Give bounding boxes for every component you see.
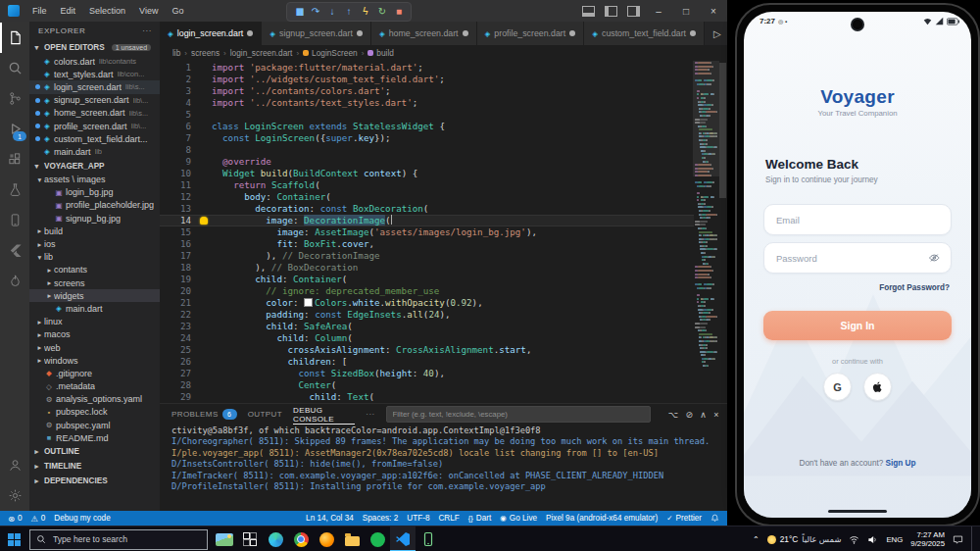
activity-settings[interactable] — [0, 480, 29, 511]
tree-item-login-bg-jpg[interactable]: ▣login_bg.jpg — [29, 186, 160, 199]
taskbar-app-folder[interactable] — [339, 526, 365, 551]
phone-screen[interactable]: 7:27 ◎ ▪ Voyager Your Travel Companion W… — [744, 12, 971, 518]
tree-item-widgets[interactable]: ▸widgets — [29, 289, 160, 302]
run-file-icon[interactable]: ▷ — [713, 28, 721, 39]
activity-source-control[interactable] — [0, 83, 29, 114]
password-input[interactable] — [774, 252, 928, 265]
maximize-button[interactable]: □ — [672, 0, 700, 22]
taskbar-search[interactable] — [29, 529, 208, 550]
stop-icon[interactable]: ■ — [392, 4, 406, 20]
tree-item-readme-md[interactable]: ■README.md — [29, 431, 160, 444]
tree-item-lib[interactable]: ▾lib — [29, 251, 160, 264]
weather-widget[interactable]: 21°C شمس عالياً — [767, 534, 842, 544]
taskbar-app-chrome[interactable] — [288, 526, 314, 551]
step-out-icon[interactable]: ↑ — [342, 4, 356, 20]
google-signin-button[interactable]: G — [823, 373, 852, 401]
clear-console-icon[interactable]: ⊘ — [685, 410, 693, 420]
hot-reload-icon[interactable]: ϟ — [359, 4, 372, 20]
section-dependencies[interactable]: ▸DEPENDENCIES — [29, 474, 160, 488]
tree-item-pubspec-yaml[interactable]: ⚙pubspec.yaml — [29, 419, 160, 431]
activity-account[interactable] — [0, 450, 29, 480]
project-header[interactable]: ▾ VOYAGER_APP — [29, 159, 160, 174]
taskbar-app-vscode[interactable] — [390, 526, 416, 551]
apple-signin-button[interactable] — [863, 373, 892, 401]
activity-extensions[interactable] — [0, 144, 29, 175]
status-0[interactable]: ⚠0 — [30, 514, 45, 524]
code-editor[interactable]: 1import 'package:flutter/material.dart';… — [160, 61, 727, 403]
layout-customize-icon[interactable] — [627, 6, 640, 17]
step-into-icon[interactable]: ↓ — [325, 4, 339, 20]
breadcrumb-build[interactable]: build — [368, 48, 394, 58]
wifi-tray-icon[interactable] — [849, 534, 859, 545]
open-editor-login-screen-dart[interactable]: ◈login_screen.dartlib\s... — [29, 80, 160, 93]
restart-icon[interactable]: ↻ — [375, 4, 389, 20]
sign-in-button[interactable]: Sign In — [763, 311, 952, 340]
menu-file[interactable]: File — [25, 0, 54, 22]
menu-edit[interactable]: Edit — [54, 0, 83, 22]
toggle-sidebar-icon[interactable] — [605, 6, 617, 17]
activity-firebase[interactable] — [0, 266, 29, 296]
menu-go[interactable]: Go — [165, 0, 190, 22]
activity-flutter[interactable] — [0, 235, 29, 266]
show-desktop-button[interactable] — [971, 526, 976, 551]
status-pixel-9a-android-x64-emulator[interactable]: Pixel 9a (android-x64 emulator) — [546, 514, 658, 523]
section-outline[interactable]: ▸OUTLINE — [29, 444, 160, 459]
taskbar-app-firefox[interactable] — [314, 526, 339, 551]
activity-run-debug[interactable]: 1 — [0, 114, 29, 144]
start-button[interactable] — [0, 526, 27, 551]
filter-icon[interactable]: ⌥ — [668, 410, 679, 420]
status-crlf[interactable]: CRLF — [438, 514, 459, 523]
status-0[interactable]: ⊗0 — [8, 514, 22, 524]
status-ln-14-col-34[interactable]: Ln 14, Col 34 — [306, 514, 354, 523]
status-dart[interactable]: {}Dart — [468, 514, 491, 523]
activity-explorer[interactable] — [0, 23, 29, 53]
breadcrumb-screens[interactable]: screens — [191, 48, 220, 58]
tree-item-signup-bg-jpg[interactable]: ▣signup_bg.jpg — [29, 212, 160, 225]
taskbar-app-edge[interactable] — [263, 526, 288, 551]
status-debug-my-code[interactable]: Debug my code — [54, 514, 110, 524]
open-editor-home-screen-dart[interactable]: ◈home_screen.dartlib\s... — [29, 107, 160, 120]
tab-home-screen-dart[interactable]: ◈home_screen.dart — [371, 22, 477, 45]
taskbar-app-emulator[interactable] — [416, 526, 441, 551]
taskbar-app-spotify[interactable] — [365, 526, 390, 551]
activity-search[interactable] — [0, 53, 29, 83]
tab-signup-screen-dart[interactable]: ◈signup_screen.dart — [262, 22, 371, 45]
debug-console-output[interactable]: ctivity@5a8bf3f, of which backtraceColor… — [160, 425, 727, 511]
panel-more-icon[interactable]: ··· — [366, 410, 374, 419]
tree-item-screens[interactable]: ▸screens — [29, 276, 160, 289]
close-button[interactable]: × — [700, 0, 727, 22]
tab-login-screen-dart[interactable]: ◈login_screen.dart — [160, 22, 262, 45]
open-editor-profile-screen-dart[interactable]: ◈profile_screen.dartlib\... — [29, 120, 160, 132]
menu-view[interactable]: View — [132, 0, 165, 22]
tree-item-linux[interactable]: ▸linux — [29, 316, 160, 328]
notifications-bell-icon[interactable] — [710, 514, 719, 523]
menu-selection[interactable]: Selection — [82, 0, 132, 22]
tree-item-gitignore[interactable]: ◆.gitignore — [29, 367, 160, 379]
tree-item-pubspec-lock[interactable]: ▪pubspec.lock — [29, 406, 160, 419]
status-utf-8[interactable]: UTF-8 — [407, 514, 429, 523]
open-editors-header[interactable]: ▾ OPEN EDITORS 1 unsaved — [29, 40, 160, 55]
minimize-button[interactable]: – — [645, 0, 672, 22]
activity-remote-explorer[interactable] — [0, 205, 29, 235]
step-over-icon[interactable]: ↷ — [309, 4, 322, 20]
action-center-icon[interactable] — [953, 534, 963, 545]
section-timeline[interactable]: ▸TIMELINE — [29, 459, 160, 474]
breadcrumb[interactable]: lib›screens›login_screen.dart›LoginScree… — [160, 45, 727, 61]
console-filter-input[interactable] — [386, 406, 651, 423]
tree-item-web[interactable]: ▸web — [29, 341, 160, 354]
status-go-live[interactable]: ◉Go Live — [500, 514, 537, 523]
open-editor-custom-text-field-dart[interactable]: ◈custom_text_field.dart... — [29, 132, 160, 145]
tree-item-metadata[interactable]: ◇.metadata — [29, 380, 160, 393]
clock[interactable]: 7:27 AM 9/29/2025 — [910, 530, 945, 548]
password-field[interactable] — [763, 242, 952, 274]
forgot-password-link[interactable]: Forgot Password? — [879, 283, 950, 292]
tree-item-contants[interactable]: ▸contants — [29, 264, 160, 276]
tree-item-analysis-options-yaml[interactable]: ⚙analysis_options.yaml — [29, 393, 160, 406]
open-editor-text-styles-dart[interactable]: ◈text_styles.dartlib\con... — [29, 68, 160, 80]
open-editor-signup-screen-dart[interactable]: ◈signup_screen.dartlib\... — [29, 94, 160, 107]
toggle-panel-icon[interactable] — [582, 6, 595, 17]
tree-item-windows[interactable]: ▸windows — [29, 354, 160, 367]
panel-tab-output[interactable]: OUTPUT — [248, 404, 282, 425]
maximize-panel-icon[interactable]: ∧ — [700, 410, 707, 420]
language-indicator[interactable]: ENG — [886, 535, 903, 544]
